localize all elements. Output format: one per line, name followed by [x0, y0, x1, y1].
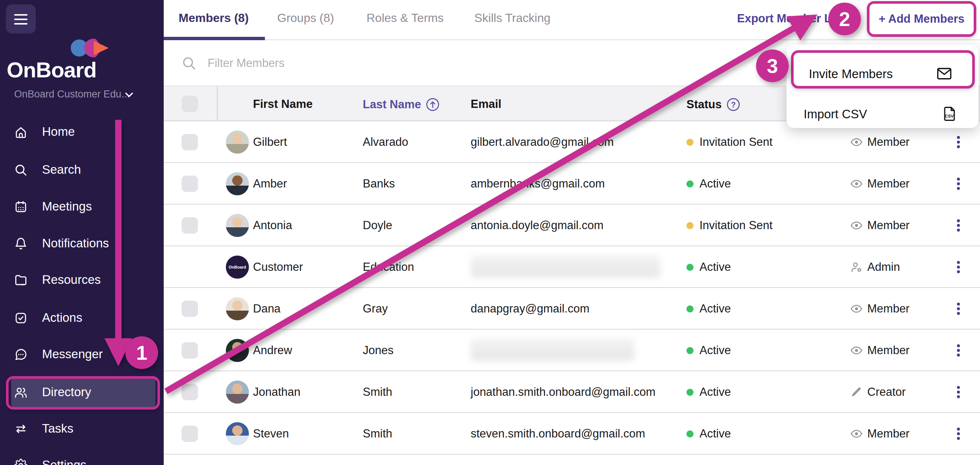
tab-groups-8[interactable]: Groups (8): [277, 11, 334, 25]
avatar: [226, 214, 249, 237]
role-label: Member: [867, 177, 910, 191]
role-label: Member: [867, 427, 910, 440]
kebab-menu-icon[interactable]: [951, 341, 966, 360]
cell-last-name: Jones: [363, 344, 394, 357]
status-dot: [686, 180, 694, 188]
cell-role: Member: [850, 427, 910, 440]
kebab-menu-icon[interactable]: [951, 424, 966, 443]
cell-status: Active: [686, 302, 731, 315]
kebab-menu-icon[interactable]: [951, 174, 966, 193]
row-checkbox[interactable]: [181, 425, 198, 442]
cell-first-name: Andrew: [253, 344, 292, 357]
export-member-list-link[interactable]: Export Member List: [737, 12, 845, 25]
kebab-menu-icon[interactable]: [951, 132, 966, 152]
sort-ascending-icon[interactable]: [426, 97, 440, 111]
sidebar-item-label: Settings: [42, 458, 86, 465]
sidebar-item-messenger[interactable]: Messenger: [0, 341, 164, 368]
sidebar-item-settings[interactable]: Settings: [0, 452, 164, 465]
add-members-highlight-box: + Add Members: [867, 1, 976, 37]
home-icon: [14, 125, 27, 139]
sidebar-item-label: Resources: [42, 273, 101, 287]
cell-email: steven.smith.onboard@gmail.com: [471, 427, 645, 440]
sidebar-item-resources[interactable]: Resources: [0, 267, 164, 293]
search-icon: [181, 56, 196, 71]
kebab-menu-icon[interactable]: [951, 216, 966, 235]
sidebar-item-meetings[interactable]: Meetings: [0, 194, 164, 220]
add-members-dropdown: Invite Members Import CSV: [786, 45, 978, 128]
table-row: Andrew Jones Active Member: [164, 330, 980, 371]
tab-members-8[interactable]: Members (8): [178, 11, 249, 25]
dropdown-item-label: Import CSV: [803, 107, 867, 121]
column-header-email[interactable]: Email: [471, 97, 501, 111]
onboard-mini-logo: OnBoard: [228, 265, 246, 269]
tab-roles-terms[interactable]: Roles & Terms: [366, 11, 444, 25]
avatar: [226, 422, 249, 445]
cell-email: ambernbanks@gmail.com: [471, 177, 605, 191]
filter-members-input[interactable]: [208, 52, 542, 75]
message-icon: [14, 348, 27, 361]
cell-role: Member: [850, 135, 910, 149]
sidebar-item-search[interactable]: Search: [0, 157, 164, 183]
status-dot: [686, 389, 694, 396]
check-square-icon: [14, 311, 27, 325]
avatar: [226, 339, 249, 362]
sidebar-item-directory[interactable]: Directory: [0, 379, 164, 406]
dropdown-item-import-csv[interactable]: Import CSV: [786, 95, 978, 132]
cell-last-name: Alvarado: [363, 135, 408, 149]
role-label: Admin: [867, 260, 900, 274]
search-icon: [14, 163, 27, 177]
repeat-icon: [14, 422, 27, 436]
sidebar-item-tasks[interactable]: Tasks: [0, 416, 164, 442]
kebab-menu-icon[interactable]: [951, 299, 966, 318]
sidebar-item-notifications[interactable]: Notifications: [0, 231, 164, 257]
table-row: Steven Smith steven.smith.onboard@gmail.…: [164, 413, 980, 455]
cell-email: antonia.doyle@gmail.com: [471, 219, 603, 232]
cell-status: Active: [686, 344, 731, 357]
status-label: Active: [700, 344, 731, 357]
row-checkbox[interactable]: [181, 217, 198, 234]
status-label: Active: [700, 302, 731, 315]
cell-role: Member: [850, 344, 910, 357]
add-members-button[interactable]: + Add Members: [870, 4, 974, 34]
row-checkbox[interactable]: [181, 175, 198, 192]
row-checkbox[interactable]: [181, 384, 198, 400]
cell-email: jonathan.smith.onboard@gmail.com: [471, 385, 655, 399]
row-checkbox[interactable]: [181, 301, 198, 317]
cell-status: Invitation Sent: [686, 219, 772, 232]
avatar: OnBoard: [226, 256, 249, 279]
cell-role: Member: [850, 219, 910, 232]
sidebar-item-home[interactable]: Home: [0, 119, 164, 145]
status-dot: [686, 222, 694, 229]
select-all-checkbox[interactable]: [181, 96, 198, 112]
table-row: Amber Banks ambernbanks@gmail.com Active…: [164, 163, 980, 205]
kebab-menu-icon[interactable]: [951, 382, 966, 402]
cell-status: Active: [686, 385, 731, 399]
avatar: [226, 297, 249, 320]
status-dot: [686, 306, 694, 312]
eye-icon: [850, 136, 863, 148]
members-topbar: Members (8)Groups (8)Roles & TermsSkills…: [164, 0, 980, 40]
cell-last-name: Doyle: [363, 219, 392, 232]
tab-skills-tracking[interactable]: Skills Tracking: [474, 11, 550, 25]
avatar: [226, 131, 249, 154]
eye-icon: [850, 303, 863, 315]
eye-icon: [850, 219, 863, 232]
row-checkbox[interactable]: [181, 342, 198, 358]
sidebar-item-actions[interactable]: Actions: [0, 305, 164, 331]
column-header-status[interactable]: Status: [686, 97, 740, 111]
table-row: Jonathan Smith jonathan.smith.onboard@gm…: [164, 371, 980, 413]
cell-last-name: Smith: [363, 385, 392, 399]
question-circle-icon[interactable]: [726, 97, 740, 111]
cell-last-name: Gray: [363, 302, 388, 315]
kebab-menu-icon[interactable]: [951, 257, 966, 277]
cell-status: Active: [686, 177, 731, 191]
avatar: [226, 381, 249, 404]
column-header-first-name[interactable]: First Name: [253, 97, 313, 111]
status-label: Active: [700, 177, 731, 191]
row-checkbox[interactable]: [181, 134, 198, 150]
calendar-icon: [14, 200, 27, 213]
column-header-last-name[interactable]: Last Name: [363, 97, 440, 111]
csv-file-icon: [941, 106, 958, 122]
role-label: Member: [867, 344, 910, 357]
dropdown-item-invite-members[interactable]: Invite Members: [786, 55, 978, 92]
